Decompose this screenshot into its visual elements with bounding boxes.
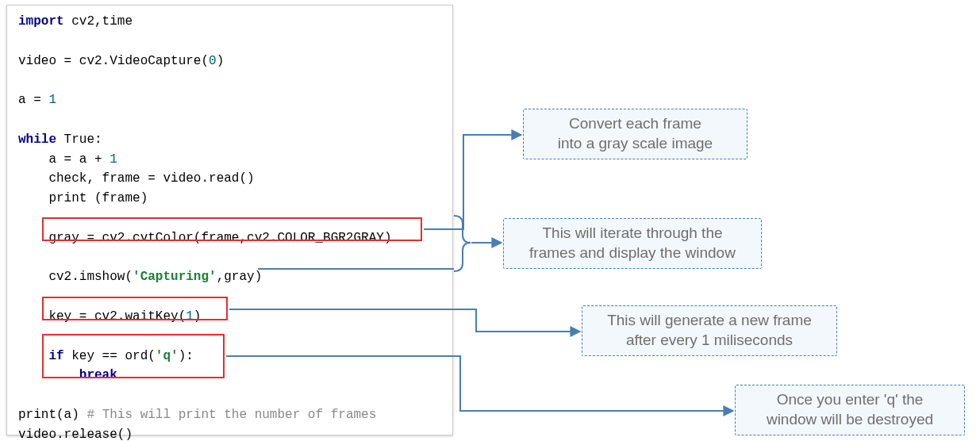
code-num: 1 <box>186 309 194 324</box>
callout-quit: Once you enter 'q' the window will be de… <box>735 385 965 435</box>
code-text: key = cv2.waitKey( <box>18 309 186 324</box>
code-text: a = a + <box>18 152 110 167</box>
kw-if: if <box>48 349 63 363</box>
code-text: cv2.imshow( <box>18 270 133 284</box>
code-text: ): <box>179 349 194 363</box>
kw-import: import <box>18 14 64 29</box>
code-text: ) <box>194 309 202 324</box>
code-text: key == ord( <box>64 349 156 363</box>
code-text: video.release() <box>18 428 133 441</box>
code-text: ,gray) <box>217 270 263 284</box>
code-line-gray: gray = cv2.cvtColor(frame,cv2.COLOR_BGR2… <box>18 231 391 245</box>
code-text: video = cv2.VideoCapture( <box>18 54 209 68</box>
callout-text: Once you enter 'q' the window will be de… <box>767 390 933 429</box>
code-num: 1 <box>110 152 117 167</box>
arrow-iterate-bracket <box>454 216 471 271</box>
callout-iterate: This will iterate through the frames and… <box>503 218 762 269</box>
callout-text: This will generate a new frame after eve… <box>607 311 812 350</box>
code-text: cv2,time <box>64 14 133 29</box>
code-text: a = <box>18 93 48 107</box>
code-text: print (frame) <box>18 191 148 205</box>
code-text: print(a) <box>18 408 86 422</box>
callout-text: This will iterate through the frames and… <box>529 224 736 263</box>
code-str: 'Capturing' <box>133 270 217 284</box>
code-text: check, frame = video.read() <box>18 171 255 186</box>
code-num: 0 <box>209 54 217 68</box>
kw-break: break <box>79 368 117 382</box>
code-num: 1 <box>48 93 56 107</box>
code-text: ) <box>217 54 225 68</box>
code-pane: import cv2,time video = cv2.VideoCapture… <box>6 5 453 435</box>
code-text <box>18 349 48 363</box>
code-text <box>18 368 79 382</box>
code-str: 'q' <box>156 349 179 363</box>
code-comment: # This will print the number of frames <box>86 408 376 422</box>
callout-newframe: This will generate a new frame after eve… <box>582 305 837 356</box>
callout-convert: Convert each frame into a gray scale ima… <box>523 109 747 159</box>
code-text: True: <box>56 132 102 147</box>
callout-text: Convert each frame into a gray scale ima… <box>558 114 713 153</box>
kw-while: while <box>18 132 56 147</box>
